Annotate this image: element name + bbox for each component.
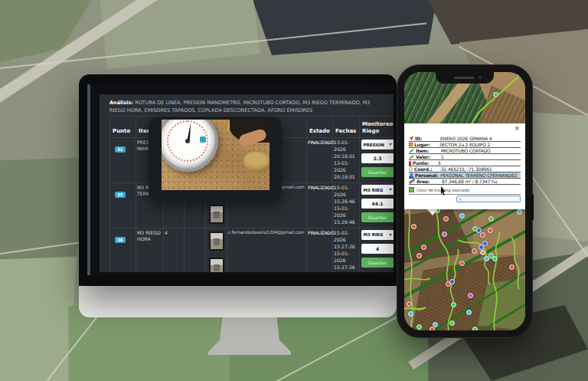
popup-tail [427, 209, 438, 215]
map-point[interactable] [408, 311, 413, 317]
close-icon[interactable]: × [514, 125, 520, 132]
map-point[interactable] [411, 224, 416, 229]
tracking-color-swatch [409, 187, 414, 192]
monitoring-select[interactable]: M3 RIEG [361, 185, 394, 195]
map-point[interactable] [416, 324, 422, 330]
save-button[interactable]: Guardar [361, 167, 394, 177]
photo-thumbnail[interactable] [209, 205, 224, 224]
divider [409, 194, 521, 195]
phone-map-bottom[interactable] [404, 209, 525, 330]
phone-side-button [531, 194, 534, 220]
screen-edge [87, 84, 90, 275]
header-fechas: Fechas [333, 117, 360, 138]
popup-field-punto: Punto:5 [409, 160, 521, 166]
popup-fields: ID:ENERO 2026 SEMANA 4 Lugar:SECTOR 2a.2… [409, 136, 521, 185]
gauge-logo [200, 136, 206, 143]
map-point[interactable] [480, 250, 485, 255]
monitoring-select[interactable]: PRESION [361, 140, 394, 149]
map-point[interactable] [468, 293, 473, 298]
map-point[interactable] [421, 245, 426, 250]
monitoring-select[interactable]: M3 RIEG [361, 230, 394, 240]
map-point[interactable] [449, 320, 455, 326]
chevron-down-icon [389, 189, 392, 191]
popup-field-id: ID:ENERO 2026 SEMANA 4 [409, 136, 521, 142]
map-point[interactable] [509, 264, 514, 270]
chevron-down-icon [389, 143, 392, 146]
pencil-icon [409, 154, 414, 159]
punto-badge: 31 [115, 146, 126, 153]
tracking-lines [404, 209, 525, 330]
map-point[interactable] [493, 92, 498, 97]
monitoring-value-input[interactable]: 44.1 [361, 199, 394, 209]
pencil-icon: ✎ [459, 197, 462, 202]
popup-field-area: Área:87.346,68 m² / 8.7347 ha [409, 179, 521, 185]
analysis-text: Análisis: ROTURA DE LINEA, PRESION MANOM… [109, 99, 384, 114]
ruler-icon [409, 179, 415, 184]
map-point[interactable] [466, 310, 472, 315]
map-point[interactable] [430, 327, 435, 330]
punto-badge: 36 [115, 237, 126, 243]
item-cell: M3 RIEGO HORA [136, 228, 164, 272]
popup-field-coord: Coord.:-32.465215, -71.308961 [409, 166, 521, 172]
map-point[interactable] [517, 209, 522, 215]
map-point[interactable] [459, 213, 465, 218]
phone: × ID:ENERO 2026 SEMANA 4 Lugar:SECTOR 2a… [397, 64, 533, 338]
dates-cell: 13-01-2026 20:18:01 13-01-2026 20:18:01 [333, 138, 360, 183]
compass-icon [409, 167, 413, 171]
phone-camera [479, 76, 482, 79]
phone-screen: × ID:ENERO 2026 SEMANA 4 Lugar:SECTOR 2a… [404, 72, 525, 330]
manometer-photo [162, 120, 270, 190]
monitoring-value-input[interactable]: 4 [361, 244, 394, 254]
punto-badge: 35 [115, 192, 126, 198]
header-monitoreo: Monitoreo Riego [360, 117, 394, 138]
status-cell: FINALIZADO [307, 138, 333, 183]
stone [243, 152, 270, 172]
map-point[interactable] [446, 281, 451, 287]
map-point[interactable] [492, 256, 498, 261]
dates-cell: 15-01-2026 15:27:26 15-01-2026 15:27:26 [333, 228, 360, 272]
photo-thumbnail[interactable] [209, 258, 224, 272]
popup-field-item: Item:MICROTUBO CORTADO [409, 148, 521, 154]
phone-speaker [454, 77, 474, 79]
map-point[interactable] [472, 248, 477, 254]
field-polygon [245, 0, 436, 55]
map-point[interactable] [488, 228, 493, 233]
map-point[interactable] [479, 245, 484, 250]
map-point[interactable] [442, 232, 447, 237]
popup-field-valor: Valor:1 [409, 154, 521, 160]
field-polygon [84, 0, 260, 73]
monitor-chin [79, 286, 397, 317]
save-button[interactable]: Guardar [361, 212, 394, 222]
map-point[interactable] [488, 216, 494, 222]
phone-notch [436, 72, 494, 84]
popup-field-personal: Personal:PERSONAL TERRENO CFERNANDEZ [409, 172, 521, 179]
photo-thumbnail[interactable] [209, 232, 224, 251]
popup-search-input[interactable]: ✎ [456, 195, 521, 202]
table-row: 36 M3 RIEGO HORA 4 c.fernandezosorio1204… [110, 228, 394, 272]
map-point[interactable] [516, 72, 521, 76]
person-icon [409, 173, 413, 178]
map-point[interactable] [459, 261, 465, 266]
photo-lightbox[interactable] [149, 117, 282, 201]
square-icon [409, 143, 413, 146]
monitoring-value-input[interactable]: 2.3 [361, 153, 394, 163]
email-cell: c.fernandezosorio1204@gmail.com [227, 228, 307, 272]
map-point[interactable] [443, 216, 449, 222]
map-info-popup: × ID:ENERO 2026 SEMANA 4 Lugar:SECTOR 2a… [404, 123, 525, 209]
map-point[interactable] [451, 302, 456, 307]
status-cell: FINALIZADO [307, 228, 333, 272]
map-point[interactable] [472, 327, 478, 330]
analysis-label: Análisis: [109, 100, 133, 106]
map-point[interactable] [480, 232, 485, 238]
status-cell: FINALIZADO [307, 183, 333, 228]
map-point[interactable] [407, 301, 412, 307]
save-button[interactable]: Guardar [361, 258, 394, 268]
pencil-icon [409, 148, 414, 153]
dates-cell: 15-01-2026 15:26:46 15-01-2026 15:26:46 [333, 183, 360, 228]
header-estado: Estado [307, 117, 333, 138]
gauge-hub [185, 139, 190, 143]
map-point[interactable] [416, 253, 422, 258]
chevron-down-icon [389, 234, 392, 236]
map-point[interactable] [484, 256, 489, 261]
pin-icon [409, 161, 411, 166]
